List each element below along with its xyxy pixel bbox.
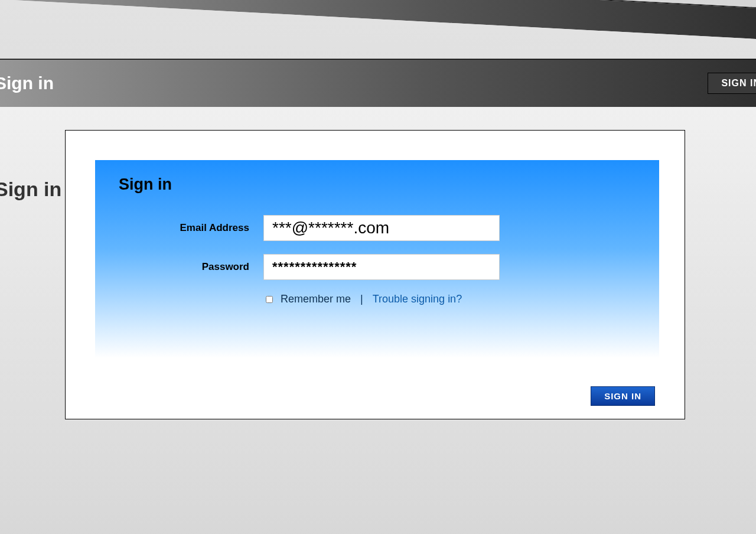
bg-window-header: Sign in SIGN IN: [0, 60, 756, 107]
signin-dialog: Sign in Email Address Password Remember …: [65, 130, 685, 419]
password-label: Password: [119, 261, 263, 273]
email-label: Email Address: [119, 222, 263, 234]
signin-title: Sign in: [119, 175, 636, 194]
trouble-signing-in-link[interactable]: Trouble signing in?: [373, 293, 462, 305]
bg-header-title: Sign in: [0, 73, 54, 93]
remember-me-label: Remember me: [281, 293, 351, 305]
signin-panel: Sign in Email Address Password Remember …: [95, 160, 659, 358]
password-field[interactable]: [263, 254, 500, 280]
email-field[interactable]: [263, 215, 500, 241]
options-divider: |: [357, 293, 367, 305]
remember-me-checkbox[interactable]: [266, 296, 273, 303]
bg-signin-button: SIGN IN: [708, 73, 756, 94]
options-row: Remember me | Trouble signing in?: [263, 293, 636, 305]
signin-button[interactable]: SIGN IN: [591, 386, 655, 406]
email-row: Email Address: [119, 215, 636, 241]
password-row: Password: [119, 254, 636, 280]
